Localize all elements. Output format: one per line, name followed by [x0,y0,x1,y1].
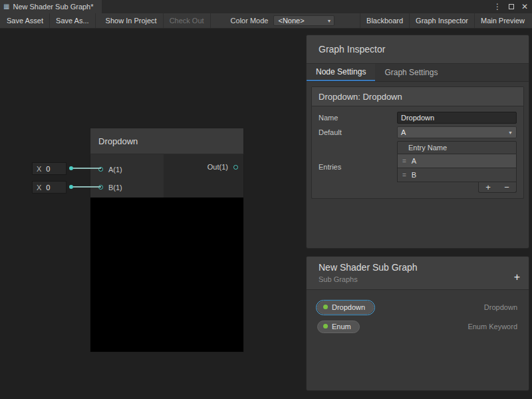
edge-a[interactable] [73,168,101,169]
edge-b[interactable] [73,186,101,188]
color-mode-label: Color Mode [225,13,274,28]
main-preview-toggle-button[interactable]: Main Preview [474,13,531,28]
blackboard-header[interactable]: New Shader Sub Graph Sub Graphs + [307,257,529,290]
property-name: Enum [332,323,351,331]
property-pill[interactable]: Dropdown [317,301,374,314]
node-preview [90,198,244,352]
output-port-icon[interactable] [233,165,238,170]
entry-name: A [412,157,416,165]
section-body: Name Dropdown Default A ▼ Entries Entry … [312,106,523,198]
drag-handle-icon[interactable]: = [398,158,412,165]
tab-node-settings[interactable]: Node Settings [307,64,375,81]
property-pill[interactable]: Enum [317,321,360,333]
blackboard-item-enum: Enum Enum Keyword [316,319,519,334]
stub-a-value-field[interactable]: 0 [46,165,50,173]
chevron-down-icon: ▼ [508,130,513,135]
blackboard-subtitle: Sub Graphs [319,275,529,283]
input-stub-a: X 0 [32,162,66,175]
stub-b-value-field[interactable]: 0 [46,184,50,192]
default-dropdown[interactable]: A ▼ [397,126,517,138]
default-value: A [401,128,406,136]
input-port-b-label: B(1) [108,184,122,192]
entries-list-header: Entry Name [397,141,517,154]
drag-handle-icon[interactable]: = [398,172,412,179]
entry-name: B [412,171,416,179]
close-icon[interactable]: ✕ [521,2,528,11]
stub-a-axis-label: X [33,165,46,173]
add-entry-button[interactable]: + [479,182,497,192]
entry-row-b[interactable]: = B [397,168,517,182]
property-pill-selected[interactable]: Dropdown [316,300,375,315]
inspector-content: Dropdown: Dropdown Name Dropdown Default… [307,82,529,203]
entries-header-label: Entry Name [408,144,447,152]
node-title: Dropdown [98,136,138,146]
property-pill-wrap[interactable]: Enum [316,319,361,334]
node-input-column: A(1) B(1) [90,154,164,198]
input-port-row-b: B(1) [90,178,164,196]
stub-b-axis-label: X [33,184,46,192]
graph-toolbar: Save Asset Save As... Show In Project Ch… [0,13,532,29]
color-mode-dropdown[interactable]: <None> ▼ [273,15,334,26]
blackboard-title: New Shader Sub Graph [319,262,529,273]
keyword-dot-icon [323,305,328,309]
document-tab[interactable]: ▦ New Shader Sub Graph* [0,0,102,13]
save-asset-button[interactable]: Save Asset [0,13,50,28]
graph-inspector-toggle-button[interactable]: Graph Inspector [409,13,474,28]
entries-footer: + − [397,182,517,193]
property-type-label: Dropdown [484,303,517,311]
inspector-title: Graph Inspector [319,44,385,55]
name-input[interactable]: Dropdown [397,112,517,124]
output-port-row: Out(1) [207,163,238,171]
section-header: Dropdown: Dropdown [312,87,523,106]
default-label: Default [319,128,397,136]
blackboard-body: Dropdown Dropdown Enum Enum Keyword [307,290,529,347]
node-output-column: Out(1) [164,154,243,198]
dropdown-node[interactable]: Dropdown A(1) B(1) Out(1) [90,128,244,352]
section-title: Dropdown: Dropdown [319,92,402,102]
chevron-down-icon: ▼ [327,19,332,23]
window-controls: ⋮ ✕ [493,0,528,13]
kebab-menu-icon[interactable]: ⋮ [493,2,501,11]
entry-row-a[interactable]: = A [397,154,517,168]
color-mode-value: <None> [278,17,304,25]
entries-row: Entries Entry Name = A = B [319,141,517,193]
check-out-button: Check Out [164,13,211,28]
output-port-label: Out(1) [207,163,228,171]
toolbar-right-group: Blackboard Graph Inspector Main Preview [360,13,531,28]
entries-list: Entry Name = A = B + [397,141,517,193]
node-body: A(1) B(1) Out(1) [90,154,244,198]
tab-graph-settings[interactable]: Graph Settings [375,64,447,81]
input-port-a-label: A(1) [108,166,122,174]
blackboard-panel: New Shader Sub Graph Sub Graphs + Dropdo… [306,256,529,391]
remove-entry-button[interactable]: − [497,182,516,192]
add-property-button[interactable]: + [514,272,520,283]
inspector-header[interactable]: Graph Inspector [307,35,529,64]
shader-graph-icon: ▦ [3,3,9,10]
keyword-dot-icon [323,324,328,329]
graph-inspector-panel: Graph Inspector Node Settings Graph Sett… [306,35,529,249]
node-header[interactable]: Dropdown [90,128,244,154]
show-in-project-button[interactable]: Show In Project [100,13,164,28]
tab-title: New Shader Sub Graph* [13,3,93,11]
default-row: Default A ▼ [319,126,517,138]
inspector-tabs: Node Settings Graph Settings [307,64,529,82]
node-settings-section: Dropdown: Dropdown Name Dropdown Default… [311,86,524,199]
entries-footer-bar: + − [478,182,517,193]
input-port-row-a: A(1) [90,160,164,178]
property-type-label: Enum Keyword [467,323,517,331]
entries-label: Entries [319,163,397,171]
blackboard-item-dropdown: Dropdown Dropdown [316,299,519,315]
window-titlebar: ▦ New Shader Sub Graph* ⋮ ✕ [0,0,532,13]
name-row: Name Dropdown [319,112,517,124]
maximize-icon[interactable] [509,4,514,9]
name-label: Name [319,114,397,122]
property-name: Dropdown [332,303,365,311]
blackboard-toggle-button[interactable]: Blackboard [360,13,409,28]
input-stub-b: X 0 [32,181,66,194]
save-as-button[interactable]: Save As... [50,13,96,28]
